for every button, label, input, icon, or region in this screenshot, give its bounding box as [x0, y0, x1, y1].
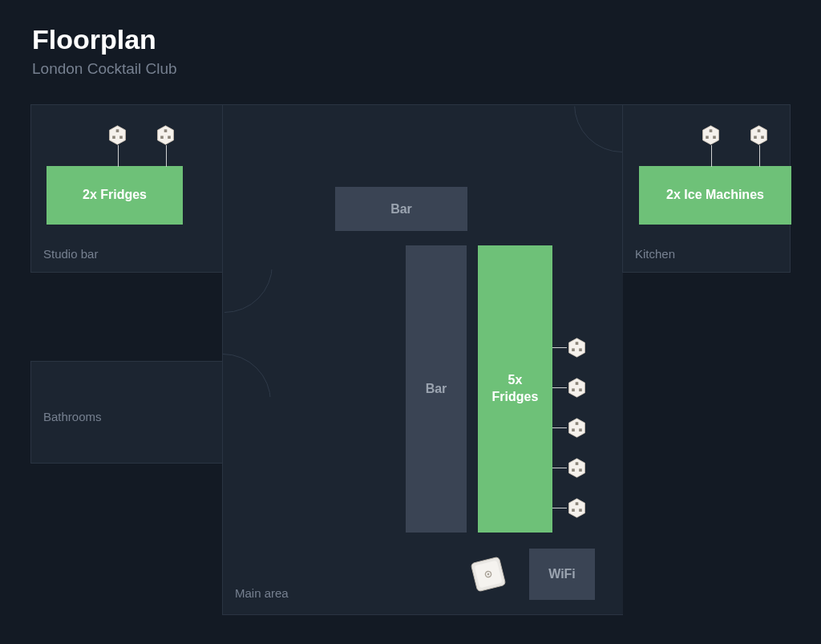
svg-rect-7: [706, 136, 709, 139]
room-bathrooms: Bathrooms: [30, 361, 223, 464]
wire: [759, 145, 760, 167]
plug-icon: [566, 337, 588, 358]
svg-rect-26: [579, 508, 582, 512]
svg-rect-16: [572, 388, 575, 391]
plug-icon: [566, 497, 588, 519]
svg-rect-17: [579, 388, 582, 391]
plug-icon: [566, 457, 588, 479]
wire: [552, 508, 567, 508]
svg-rect-11: [761, 136, 764, 139]
svg-rect-18: [576, 422, 579, 425]
wire: [118, 145, 119, 167]
wire: [552, 347, 567, 348]
svg-rect-4: [160, 136, 164, 139]
svg-rect-25: [572, 508, 575, 512]
svg-rect-5: [168, 136, 171, 139]
svg-rect-23: [579, 468, 582, 472]
svg-rect-10: [754, 136, 757, 139]
plug-icon: [107, 124, 128, 146]
svg-rect-3: [164, 129, 168, 132]
svg-rect-8: [713, 136, 716, 139]
svg-rect-24: [576, 502, 579, 505]
page-subtitle: London Cocktail Club: [32, 60, 177, 78]
svg-rect-14: [579, 348, 582, 351]
svg-rect-12: [576, 342, 579, 345]
plug-icon: [748, 124, 770, 146]
wire: [552, 468, 567, 468]
plug-icon: [700, 124, 722, 146]
wire: [552, 387, 567, 388]
svg-rect-19: [572, 428, 575, 431]
wire: [166, 145, 167, 167]
plug-icon: [155, 124, 176, 146]
room-label-main-area: Main area: [235, 586, 289, 600]
equipment-ice-machines: 2x Ice Machines: [639, 166, 791, 225]
svg-rect-15: [576, 382, 579, 385]
block-bar-side: Bar: [406, 245, 467, 533]
plug-icon: [566, 377, 588, 399]
block-bar-top: Bar: [335, 187, 467, 231]
wire: [711, 145, 712, 167]
block-wifi: WiFi: [529, 549, 595, 600]
room-label-kitchen: Kitchen: [635, 247, 675, 261]
svg-rect-13: [572, 348, 575, 351]
room-label-studio-bar: Studio bar: [43, 247, 98, 261]
room-label-bathrooms: Bathrooms: [43, 410, 102, 423]
svg-rect-21: [576, 462, 579, 465]
svg-rect-22: [572, 468, 575, 472]
wire: [552, 427, 567, 428]
equipment-main-fridges: 5x Fridges: [478, 245, 552, 533]
svg-rect-20: [579, 428, 582, 431]
svg-rect-9: [758, 129, 761, 132]
device-icon: [467, 553, 510, 596]
svg-rect-6: [710, 129, 713, 132]
page-title: Floorplan: [32, 24, 156, 55]
svg-rect-2: [119, 136, 123, 139]
equipment-studio-fridges: 2x Fridges: [47, 166, 183, 225]
svg-rect-0: [116, 129, 119, 132]
svg-rect-1: [112, 136, 115, 139]
plug-icon: [566, 417, 588, 439]
